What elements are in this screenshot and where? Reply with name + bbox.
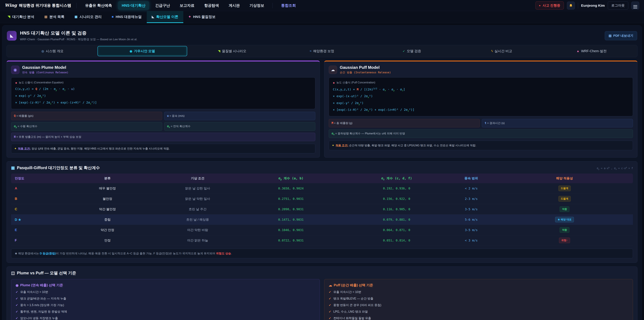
check-icon: ✓ — [329, 316, 331, 320]
check-icon: ✓ — [329, 303, 331, 307]
lightning-icon: ϟ — [491, 49, 493, 53]
criteria-item: ✓톨루엔, 벤젠, 자일렌 등 증발성 액체 — [16, 309, 315, 314]
puff-equation-block: ◆ 농도 산출식 (Puff Concentration) C(x,y,z,t)… — [329, 77, 633, 116]
cyclone-icon: ◉ — [16, 283, 18, 287]
plume-card-header: ◉ Gaussian Plume Model 연속 방출 (Continuous… — [11, 65, 315, 74]
status-badge: 드물게 — [558, 196, 571, 201]
wave-icon: ≈ — [310, 49, 312, 53]
sigma-formula-hint: σy = a·xb , σz = c·xd + f — [597, 166, 633, 170]
pin-icon: ◆ — [15, 81, 17, 84]
page-header-text: HNS 대기확산 모델 이론 및 검증 WRF-Chem · Gaussian … — [20, 30, 137, 41]
equation-line: × exp(-y² / 2σy²) — [15, 94, 311, 98]
tab-scenario-management[interactable]: ▦ 시나리오 관리 — [70, 11, 107, 23]
page-subtitle: WRF-Chem · Gaussian Plume/Puff · ROMS · … — [20, 38, 137, 41]
tab-system-overview[interactable]: ◎ 시스템 개요 — [8, 46, 98, 56]
topnav-right: ● 사고 진행중 Eunjeong Kim 로그아웃 — [536, 1, 639, 10]
col-sigma-z: σz 계수 (c, d, f) — [347, 173, 446, 183]
tab-model-validation[interactable]: ✓ 모델 검증 — [367, 46, 457, 56]
check-icon: ✓ — [329, 297, 331, 300]
check-icon: ✓ — [16, 316, 18, 320]
bulb-icon: ✦ — [14, 147, 16, 150]
tab-hns-manual[interactable]: ■ HNS 대응매뉴얼 — [107, 11, 147, 23]
top-navigation: Wing 해양환경 위기대응 통합시스템 유출유 확산예측 HNS·대기확산 긴… — [0, 0, 644, 11]
table-row: A 매우 불안정 맑은 날 강한 일사 0.3658, 0.9024 0.192… — [11, 183, 633, 194]
nav-item-integrated-search[interactable]: 통합조회 — [278, 1, 300, 10]
col-weather: 기상 조건 — [160, 173, 235, 183]
status-badge: 적합 — [560, 227, 569, 233]
logout-button[interactable]: 로그아웃 — [608, 1, 628, 10]
param-elapsed-time: t = 경과시간 (s) — [482, 119, 633, 127]
notification-bell-button[interactable] — [567, 2, 575, 10]
bar-chart-icon: ▦ — [11, 165, 15, 170]
nav-item-rescue[interactable]: 긴급구난 — [152, 1, 174, 10]
compare-icon: ◫ — [11, 271, 15, 275]
cyclone-icon: ◉ — [11, 66, 20, 74]
puff-application-note: ✦적용 조건: 순간적 대량 방출, 폭발·탱크 파열. 해양 사고 중 LPG… — [329, 141, 633, 150]
table-footnote: ★ 해양 환경에서는 D 등급(중립)이 가장 빈번하게 나타남. 해풍·육풍 … — [11, 249, 633, 258]
tab-marine-correction[interactable]: ≈ 해양환경 보정 — [277, 46, 367, 56]
plume-application-note: ✦적용 조건: 정상 상태 연속 배출, 균일 풍속, 평탄 지형. 해양 HN… — [11, 144, 315, 153]
tab-realtime-comparison[interactable]: ϟ 실시간 비교 — [457, 46, 547, 56]
table-header-row: 안정도 분류 기상 조건 σy 계수 (a, b) σz 계수 (c, d, f… — [11, 173, 633, 183]
stability-table: 안정도 분류 기상 조건 σy 계수 (a, b) σz 계수 (c, d, f… — [11, 173, 633, 246]
pdf-export-button[interactable]: ▤ PDF 내보내기 — [605, 31, 637, 40]
table-row: F 안정 야간 맑은 하늘 0.0722, 0.9031 0.051, 0.81… — [11, 235, 633, 246]
hamburger-menu-button[interactable] — [631, 2, 639, 10]
nav-item-aerial-search[interactable]: 항공탐색 — [200, 1, 222, 10]
nav-item-board[interactable]: 게시판 — [225, 1, 243, 10]
user-name: Eunjeong Kim — [581, 4, 605, 8]
model-theory-tabs: ◎ 시스템 개요 ◉ 가우시안 모델 ◥ 물질별 시나리오 ≈ 해양환경 보정 … — [6, 45, 638, 57]
equation-line: × [exp(-(z-H)² / 2σz²) + exp(-(z+H)² / 2… — [15, 101, 311, 105]
tab-substance-scenarios[interactable]: ◥ 물질별 시나리오 — [187, 46, 277, 56]
plume-parameters: Q = 배출률 (g/s) u = 풍속 (m/s) σy = 수평 확산계수 … — [11, 112, 315, 141]
nav-item-oil-spill[interactable]: 유출유 확산예측 — [82, 1, 116, 10]
tab-hns-substance-info[interactable]: ✦ HNS 물질정보 — [183, 11, 220, 23]
criteria-item: ✓풍향 변동이 큰 경우 (여러 퍼프 중첩) — [329, 303, 628, 307]
param-emission-rate: Q = 배출률 (g/s) — [11, 112, 162, 120]
equation-line: C(x,y,z,t) = M / [(2π)3/2 · σx · σy · σz… — [333, 87, 629, 92]
table-row-highlighted: D ★ 중립 흐린 날 / 해상풍 0.1471, 0.9031 0.079, … — [11, 214, 633, 225]
d-grade-highlight: D 등급(중립) — [40, 252, 56, 255]
tab-analysis-list[interactable]: ▤ 분석 목록 — [39, 11, 70, 23]
model-selection-card: ◫ Plume vs Puff — 모델 선택 기준 ◉ Plume (연속 배… — [6, 266, 638, 320]
nav-item-hns-dispersion[interactable]: HNS·대기확산 — [118, 1, 149, 10]
col-wind-range: 풍속 범위 — [446, 173, 496, 183]
status-badge: ★ 해양 대표 — [555, 217, 574, 222]
app-title: 해양환경 위기대응 통합시스템 — [19, 3, 71, 8]
check-icon: ✓ — [16, 297, 18, 300]
puff-parameters: M = 총 배출량 (g) t = 경과시간 (s) σx = 풍하방향 확산계… — [329, 119, 633, 138]
app-logo: Wing 해양환경 위기대응 통합시스템 — [5, 3, 71, 8]
criteria-item: ✓유출 지속시간 > 10분 — [16, 290, 315, 294]
criteria-item: ✓암모니아 냉동 저장탱크 누출 — [16, 316, 315, 320]
table-row: E 약간 안정 야간 약한 바람 0.1046, 0.9031 0.064, 0… — [11, 225, 633, 235]
microscope-icon: ◎ — [42, 49, 44, 53]
status-badge: 드물게 — [558, 186, 571, 191]
criteria-item: ✓탱크 균열/배관 파손 — 지속적 누출 — [16, 296, 315, 300]
nav-item-reports[interactable]: 보고자료 — [176, 1, 198, 10]
col-marine-applicability: 해양 적용성 — [496, 173, 633, 183]
tab-dispersion-analysis[interactable]: ◥ 대기확산 분석 — [3, 11, 39, 23]
pin-icon: ◆ — [333, 81, 335, 84]
equation-line: C(x,y,z) = Q / (2π · σy · σz · u) — [15, 87, 311, 91]
check-icon: ✓ — [329, 290, 331, 294]
main-content: ◣ HNS 대기확산 모델 이론 및 검증 WRF-Chem · Gaussia… — [2, 25, 642, 320]
param-wind-speed: u = 풍속 (m/s) — [164, 112, 315, 120]
tab-model-theory[interactable]: ◣ 확산모델 이론 — [147, 11, 183, 23]
plume-criteria-title: ◉ Plume (연속 배출) 선택 기준 — [16, 283, 315, 287]
puff-cloud-icon: ☁ — [329, 283, 332, 287]
nav-item-weather[interactable]: 기상정보 — [246, 1, 268, 10]
check-icon: ✓ — [16, 310, 18, 313]
gaussian-puff-card: ☁ Gaussian Puff Model 순간 방출 (Instantaneo… — [324, 61, 638, 158]
tab-gaussian-model[interactable]: ◉ 가우시안 모델 — [98, 46, 187, 56]
table-row: B 불안정 맑은 날 약한 일사 0.2751, 0.9031 0.156, 0… — [11, 194, 633, 204]
plume-card-title: Gaussian Plume Model — [22, 65, 68, 70]
tab-wrf-chem[interactable]: ▲ WRF-Chem·발전 — [546, 46, 636, 56]
triangle-ruler-icon: ◣ — [7, 31, 16, 41]
table-row: C 약간 불안정 흐린 날 주간 0.2090, 0.9031 0.116, 0… — [11, 204, 633, 214]
incident-status-badge[interactable]: ● 사고 진행중 — [536, 1, 564, 10]
criteria-item: ✓탱크 폭발/BLEVE — 순간 방출 — [329, 296, 628, 300]
section-tab-bar: ◥ 대기확산 분석 ▤ 분석 목록 ▦ 시나리오 관리 ■ HNS 대응매뉴얼 … — [0, 11, 644, 23]
pg-table-title: ▦ Pasquill-Gifford 대기안정도 분류 및 확산계수 — [11, 165, 100, 170]
pasquill-gifford-card: ▦ Pasquill-Gifford 대기안정도 분류 및 확산계수 σy = … — [6, 161, 638, 263]
test-tube-icon: ◥ — [8, 15, 10, 19]
